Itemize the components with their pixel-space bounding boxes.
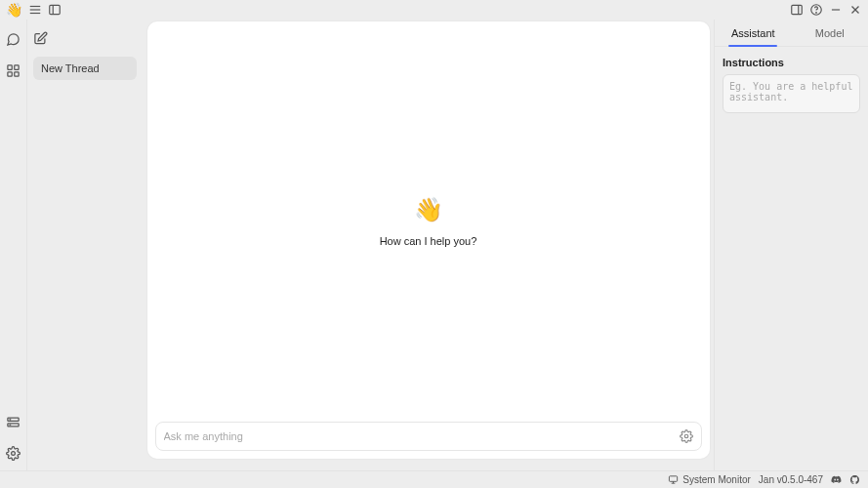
right-panel-tabs: Assistant Model [715,20,868,47]
wave-emoji: 👋 [414,196,443,224]
tab-model[interactable]: Model [792,20,869,46]
svg-rect-12 [8,64,12,68]
statusbar: System Monitor Jan v0.5.0-467 [0,470,868,488]
tab-model-label: Model [815,27,845,39]
chat-input[interactable] [164,430,674,442]
svg-rect-22 [670,476,678,482]
version-label: Jan v0.5.0-467 [759,474,823,485]
new-thread-icon[interactable] [33,31,49,47]
svg-point-20 [12,451,16,455]
svg-rect-3 [50,5,61,14]
tab-assistant-label: Assistant [731,27,775,39]
close-icon[interactable] [848,3,862,17]
github-icon[interactable] [849,474,860,485]
titlebar: 👋 [0,0,868,20]
chat-input-bar [155,422,702,451]
chat-icon[interactable] [6,31,21,47]
panel-left-toggle-icon[interactable] [48,3,62,17]
instructions-textarea[interactable] [723,74,860,113]
svg-point-8 [816,13,817,14]
main-area: 👋 How can I help you? [143,20,714,470]
threads-panel: New Thread [27,20,143,470]
svg-point-18 [10,419,11,420]
panel-right-toggle-icon[interactable] [790,3,804,17]
local-server-icon[interactable] [6,414,21,429]
greeting-text: How can I help you? [380,235,477,247]
svg-rect-14 [8,71,12,75]
svg-rect-5 [792,5,803,14]
discord-icon[interactable] [831,474,842,485]
svg-rect-15 [15,71,19,75]
left-rail [0,20,27,470]
system-monitor-label: System Monitor [682,474,750,485]
tab-assistant[interactable]: Assistant [715,20,792,46]
settings-icon[interactable] [6,445,21,461]
help-icon[interactable] [809,3,823,17]
svg-point-21 [684,434,688,438]
minimize-icon[interactable] [829,3,843,17]
right-panel: Assistant Model Instructions [714,20,868,470]
app-logo: 👋 [6,3,22,17]
hub-icon[interactable] [6,62,21,78]
menu-icon[interactable] [28,3,42,17]
svg-rect-13 [15,64,19,68]
thread-item-label: New Thread [41,62,100,74]
input-settings-icon[interactable] [680,429,693,443]
system-monitor-button[interactable]: System Monitor [668,474,750,485]
instructions-heading: Instructions [723,57,860,68]
svg-point-19 [10,425,11,426]
chat-card: 👋 How can I help you? [147,21,710,459]
thread-item[interactable]: New Thread [33,57,137,80]
